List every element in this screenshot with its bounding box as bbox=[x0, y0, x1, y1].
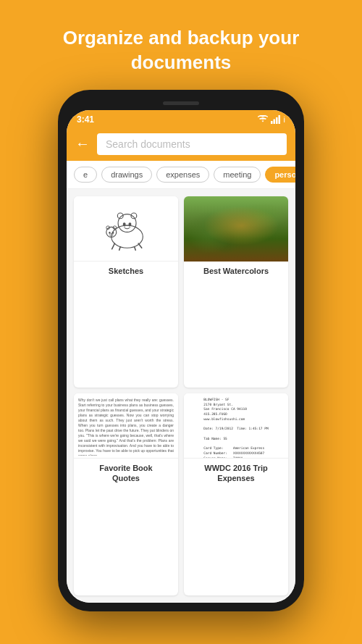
search-bar[interactable]: Search documents bbox=[97, 133, 287, 155]
svg-point-14 bbox=[109, 232, 110, 234]
filter-chip-meeting[interactable]: meeting bbox=[214, 167, 261, 183]
back-button[interactable]: ← bbox=[75, 135, 90, 152]
doc-thumb-watercolors bbox=[184, 196, 288, 262]
page-title: Organize and backup your documents bbox=[34, 0, 329, 90]
filter-chip-e[interactable]: e bbox=[74, 167, 97, 183]
doc-label-sketches: Sketches bbox=[74, 262, 178, 280]
filter-chip-personal[interactable]: personal bbox=[265, 167, 295, 183]
svg-point-10 bbox=[125, 225, 130, 229]
svg-point-5 bbox=[118, 214, 136, 233]
svg-rect-2 bbox=[276, 117, 278, 124]
phone-device: 3:41 i ← S bbox=[58, 90, 304, 611]
search-placeholder: Search documents bbox=[106, 138, 190, 150]
phone-notch bbox=[67, 99, 295, 109]
doc-label-book-quotes: Favorite Book Quotes bbox=[74, 459, 178, 488]
svg-rect-0 bbox=[271, 121, 273, 124]
battery-icon: i bbox=[284, 115, 285, 124]
document-grid: Sketches Best Watercolors Why don't we j… bbox=[67, 189, 295, 603]
phone-speaker bbox=[163, 101, 199, 105]
status-time: 3:41 bbox=[77, 114, 94, 125]
signal-icon bbox=[271, 115, 281, 124]
doc-label-wwdc-expenses: WWDC 2016 Trip Expenses bbox=[184, 459, 288, 488]
status-icons: i bbox=[258, 115, 285, 124]
doc-thumb-book-quotes: Why don't we just call plans what they r… bbox=[74, 393, 178, 459]
doc-thumb-sketches bbox=[74, 196, 178, 262]
svg-rect-1 bbox=[273, 119, 275, 124]
phone-screen: 3:41 i ← S bbox=[67, 110, 295, 603]
watercolor-image bbox=[184, 196, 288, 262]
svg-point-15 bbox=[112, 232, 114, 234]
doc-card-wwdc-expenses[interactable]: BLOWFISH - SF 2170 Bryant St. San Franci… bbox=[184, 393, 288, 595]
doc-card-book-quotes[interactable]: Why don't we just call plans what they r… bbox=[74, 393, 178, 595]
top-bar: ← Search documents bbox=[67, 127, 295, 161]
doc-thumb-wwdc-expenses: BLOWFISH - SF 2170 Bryant St. San Franci… bbox=[184, 393, 288, 459]
doc-card-sketches[interactable]: Sketches bbox=[74, 196, 178, 388]
doc-card-watercolors[interactable]: Best Watercolors bbox=[184, 196, 288, 388]
doc-label-watercolors: Best Watercolors bbox=[184, 262, 288, 280]
filter-chip-expenses[interactable]: expenses bbox=[156, 167, 209, 183]
bear-sketch-image bbox=[97, 203, 155, 254]
filter-bar: e drawings expenses meeting personal bbox=[67, 161, 295, 189]
receipt-preview: BLOWFISH - SF 2170 Bryant St. San Franci… bbox=[203, 398, 268, 459]
filter-chip-drawings[interactable]: drawings bbox=[101, 167, 152, 183]
book-quotes-preview: Why don't we just call plans what they r… bbox=[78, 398, 174, 456]
wifi-icon bbox=[258, 115, 268, 124]
status-bar: 3:41 i bbox=[67, 110, 295, 127]
svg-rect-3 bbox=[278, 115, 280, 124]
